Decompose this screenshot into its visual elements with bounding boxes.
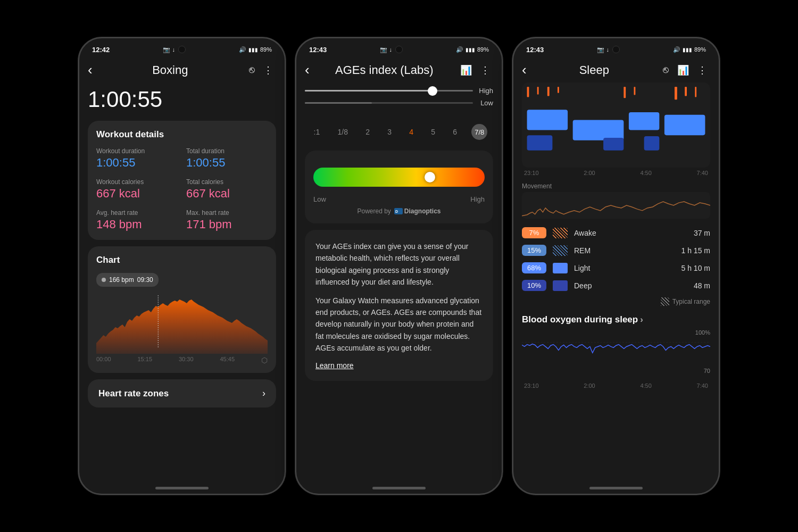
date-tab-6[interactable]: 6: [450, 124, 460, 139]
sleep-screen-content: 23:10 2:00 4:50 7:40 Movement 7% Awake 3…: [513, 82, 719, 483]
workout-details-title: Workout details: [96, 129, 268, 140]
date-tab-3[interactable]: 3: [384, 124, 395, 139]
slider-low-row: Low: [305, 99, 493, 107]
chart-dot: [102, 278, 106, 282]
chart-label-0: 00:00: [96, 356, 111, 364]
sleep-time-2: 4:50: [640, 170, 651, 176]
status-center-3: 📷 ↓: [597, 46, 620, 53]
svg-rect-15: [664, 115, 705, 135]
status-time-2: 12:43: [309, 46, 327, 54]
typical-range-label: Typical range: [672, 298, 710, 305]
date-tab-2[interactable]: 2: [362, 124, 373, 139]
bottom-bar-1: [155, 487, 209, 489]
date-tab-7[interactable]: 7/8: [471, 124, 487, 140]
awake-pct: 7%: [522, 227, 546, 238]
camera-pill-3: [612, 46, 620, 53]
wifi-icon-2: 🔊: [456, 46, 463, 53]
nav-bar-boxing: ‹ Boxing ⎋ ⋮: [79, 57, 285, 82]
camera-pill-1: [178, 46, 186, 53]
workout-duration-stat: Workout duration 1:00:55: [96, 147, 178, 170]
page-title-ages: AGEs index (Labs): [312, 63, 457, 77]
status-icons-3: 🔊 ▮▮▮ 89%: [673, 46, 706, 53]
status-bar-1: 12:42 📷 ↓ 🔊 ▮▮▮ 89%: [79, 38, 285, 57]
back-button-sleep[interactable]: ‹: [522, 62, 527, 78]
date-tab-1[interactable]: 1/8: [335, 124, 351, 139]
pct-100-label: 100%: [695, 329, 710, 336]
svg-rect-10: [685, 87, 687, 96]
heart-zones-title: Heart rate zones: [98, 388, 169, 399]
date-tab-4[interactable]: 4: [406, 124, 417, 139]
nav-actions-ages: 📊 ⋮: [457, 62, 493, 78]
svg-rect-7: [624, 87, 626, 98]
ages-info-card: Your AGEs index can give you a sense of …: [305, 230, 493, 381]
slider-track-top[interactable]: [305, 90, 473, 92]
chart-button-sleep[interactable]: 📊: [674, 62, 692, 78]
awake-duration: 37 m: [694, 229, 710, 237]
rem-name: REM: [574, 246, 591, 255]
ages-screen-content: High Low :1 1/8 2 3 4 5 6 7/8: [296, 82, 502, 483]
status-time-3: 12:43: [526, 46, 544, 54]
avg-heart-label: Avg. heart rate: [96, 209, 178, 217]
signal-icon-3: ▮▮▮: [683, 47, 692, 53]
camera-icon-2: 📷 ↓: [380, 46, 392, 53]
gauge-bar: [313, 168, 485, 187]
gauge-high: High: [470, 195, 485, 203]
max-heart-stat: Max. heart rate 171 bpm: [186, 209, 268, 231]
sleep-time-labels: 23:10 2:00 4:50 7:40: [522, 170, 710, 176]
svg-rect-6: [558, 87, 559, 93]
nav-bar-ages: ‹ AGEs index (Labs) 📊 ⋮: [296, 57, 502, 82]
workout-details-card: Workout details Workout duration 1:00:55…: [88, 121, 276, 240]
chart-label-2: 30:30: [179, 356, 194, 364]
phone-boxing: 12:42 📷 ↓ 🔊 ▮▮▮ 89% ‹ Boxing ⎋ ⋮ 1:00:55…: [78, 37, 286, 495]
learn-more-link[interactable]: Learn more: [315, 361, 354, 370]
date-tab-5[interactable]: 5: [428, 124, 438, 139]
chart-label-1: 15:15: [138, 356, 153, 364]
battery-3: 89%: [694, 46, 706, 53]
ages-paragraph-1: Your AGEs index can give you a sense of …: [315, 240, 483, 288]
stats-grid: Workout duration 1:00:55 Total duration …: [96, 147, 268, 231]
heart-zones-card[interactable]: Heart rate zones ›: [88, 379, 276, 408]
tooltip-bpm: 166 bpm: [109, 276, 134, 284]
svg-rect-9: [675, 87, 677, 99]
more-button-sleep[interactable]: ⋮: [694, 62, 710, 78]
light-stage-row: 68% Light 5 h 10 m: [522, 262, 710, 273]
sleep-time-0: 23:10: [524, 170, 539, 176]
battery-2: 89%: [477, 46, 489, 53]
back-button-boxing[interactable]: ‹: [88, 62, 93, 78]
rem-pct: 15%: [522, 245, 546, 256]
chart-label-3: 45:45: [220, 356, 235, 364]
slider-track-bottom[interactable]: [305, 102, 473, 104]
signal-icon-2: ▮▮▮: [466, 47, 475, 53]
deep-pct: 10%: [522, 280, 546, 291]
bottom-bar-2: [372, 487, 426, 489]
workout-calories-label: Workout calories: [96, 178, 178, 186]
max-heart-label: Max. heart rate: [186, 209, 268, 217]
boxing-screen-content: 1:00:55 Workout details Workout duration…: [79, 82, 285, 483]
blood-oxygen-chart: 100% 70: [522, 329, 710, 383]
phone-ages: 12:43 📷 ↓ 🔊 ▮▮▮ 89% ‹ AGEs index (Labs) …: [295, 37, 503, 495]
blood-oxygen-title[interactable]: Blood oxygen during sleep ›: [522, 314, 710, 325]
date-tab-0[interactable]: :1: [311, 124, 323, 139]
more-button-ages[interactable]: ⋮: [477, 62, 493, 78]
share-button-sleep[interactable]: ⎋: [660, 62, 672, 78]
svg-rect-4: [537, 87, 539, 94]
camera-pill-2: [395, 46, 403, 53]
share-button-boxing[interactable]: ⎋: [246, 62, 258, 78]
chart-export-icon[interactable]: ⬡: [261, 356, 268, 364]
status-center-2: 📷 ↓: [380, 46, 403, 53]
svg-rect-12: [527, 110, 568, 130]
wifi-icon-3: 🔊: [673, 46, 680, 53]
total-calories-label: Total calories: [186, 178, 268, 186]
back-button-ages[interactable]: ‹: [305, 62, 310, 78]
slider-low-label: Low: [477, 99, 493, 107]
pct-70-label: 70: [704, 368, 710, 374]
chart-button-ages[interactable]: 📊: [457, 62, 475, 78]
deep-duration: 48 m: [694, 281, 710, 290]
movement-label: Movement: [522, 182, 710, 190]
ages-gauge-card: Low High Powered by D Diagnoptics: [305, 151, 493, 223]
svg-rect-14: [629, 112, 659, 130]
deep-stage-row: 10% Deep 48 m: [522, 280, 710, 291]
rem-duration: 1 h 15 m: [681, 246, 710, 255]
more-button-boxing[interactable]: ⋮: [260, 62, 276, 78]
total-duration-label: Total duration: [186, 147, 268, 155]
